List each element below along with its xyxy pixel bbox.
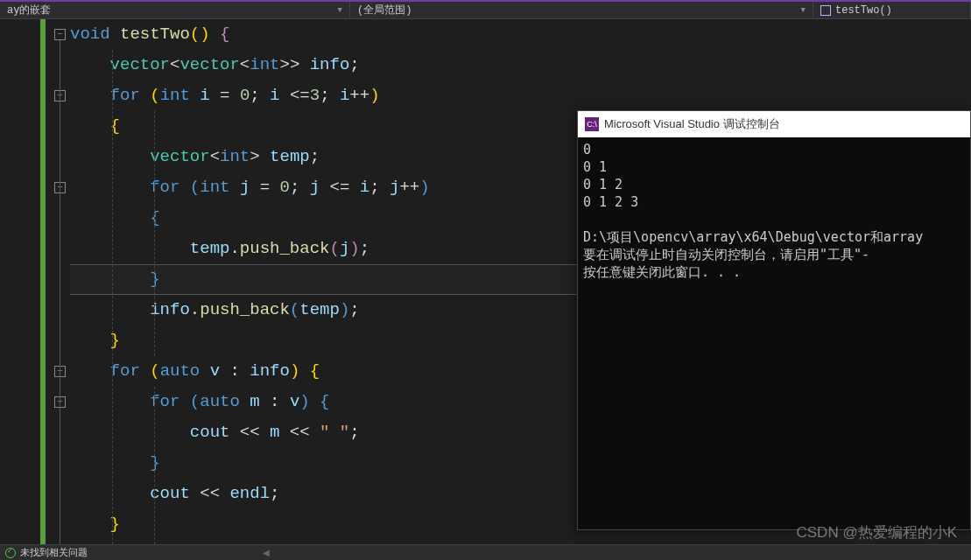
- chevron-down-icon: ▼: [338, 6, 342, 15]
- method-icon: [820, 5, 831, 16]
- change-indicator: [40, 19, 46, 544]
- breadcrumb-function-label: testTwo(): [835, 4, 892, 17]
- status-text: 未找到相关问题: [20, 546, 88, 559]
- status-bar: 未找到相关问题 ◀: [0, 544, 971, 560]
- code-line: void testTwo() {: [70, 19, 971, 50]
- console-titlebar[interactable]: C:\ Microsoft Visual Studio 调试控制台: [578, 111, 970, 137]
- code-line: for (int i = 0; i <=3; i++): [70, 80, 971, 111]
- console-app-icon: C:\: [585, 117, 599, 131]
- console-line: 0 1: [583, 159, 607, 175]
- console-line: 0 1 2: [583, 177, 623, 192]
- debug-console-window[interactable]: C:\ Microsoft Visual Studio 调试控制台 0 0 1 …: [577, 110, 971, 530]
- status-ok-icon: [5, 548, 16, 558]
- chevron-down-icon: ▼: [801, 6, 806, 15]
- console-title: Microsoft Visual Studio 调试控制台: [604, 116, 780, 132]
- breadcrumb-scope[interactable]: (全局范围) ▼: [350, 2, 813, 18]
- watermark: CSDN @热爱编程的小K: [797, 522, 958, 542]
- breadcrumb-file-label: ay的嵌套: [7, 3, 51, 18]
- breadcrumb-scope-label: (全局范围): [357, 3, 412, 18]
- console-line: 按任意键关闭此窗口. . .: [583, 264, 741, 280]
- breadcrumb-file[interactable]: ay的嵌套 ▼: [0, 2, 350, 18]
- fold-guide: [60, 40, 60, 544]
- console-line: D:\项目\opencv\array\x64\Debug\vector和arra…: [583, 229, 923, 245]
- indent-guide: [154, 387, 155, 544]
- indent-guide: [154, 111, 155, 356]
- fold-toggle[interactable]: [54, 29, 66, 40]
- scroll-left-icon[interactable]: ◀: [263, 548, 270, 557]
- console-output[interactable]: 0 0 1 0 1 2 0 1 2 3 D:\项目\opencv\array\x…: [578, 137, 970, 284]
- console-line: 0 1 2 3: [583, 194, 638, 210]
- console-line: 要在调试停止时自动关闭控制台，请启用"工具"-: [583, 247, 869, 262]
- breadcrumb-bar: ay的嵌套 ▼ (全局范围) ▼ testTwo(): [0, 0, 971, 19]
- console-line: 0: [583, 142, 591, 158]
- indent-guide: [112, 50, 113, 544]
- editor-gutter: [0, 19, 40, 544]
- breadcrumb-function[interactable]: testTwo(): [813, 2, 971, 18]
- code-line: vector<vector<int>> info;: [70, 50, 971, 80]
